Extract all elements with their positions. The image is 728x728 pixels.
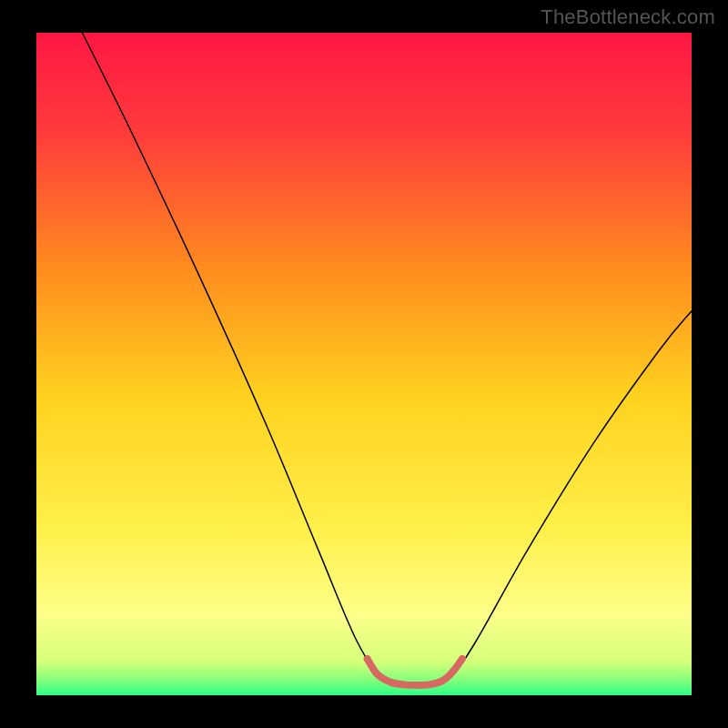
plot-area — [36, 33, 692, 695]
chart-frame: TheBottleneck.com — [0, 0, 728, 728]
trough-highlight — [368, 659, 462, 685]
plot-border-right — [692, 0, 728, 728]
plot-border-bottom — [0, 695, 728, 728]
curve-layer — [36, 33, 692, 695]
watermark-text: TheBottleneck.com — [541, 5, 715, 29]
bottleneck-curve — [82, 33, 692, 686]
plot-border-left — [0, 0, 36, 728]
